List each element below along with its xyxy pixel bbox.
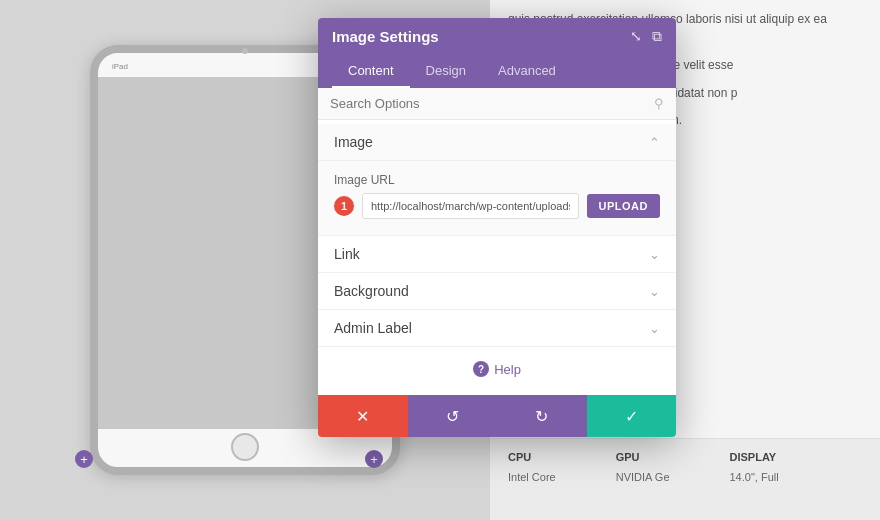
redo-icon: ↻ <box>535 407 548 426</box>
admin-label-section-title: Admin Label <box>334 320 412 336</box>
modal-body: Image ⌃ Image URL 1 UPLOAD Link ⌄ Backgr… <box>318 120 676 395</box>
ipad-camera <box>242 48 248 54</box>
tab-content[interactable]: Content <box>332 55 410 88</box>
cpu-spec: CPU Intel Core <box>508 449 556 486</box>
search-bar: ⚲ <box>318 88 676 120</box>
background-chevron-icon: ⌄ <box>649 284 660 299</box>
image-section-title: Image <box>334 134 373 150</box>
background-section-header[interactable]: Background ⌄ <box>318 273 676 310</box>
link-chevron-icon: ⌄ <box>649 247 660 262</box>
image-url-input[interactable] <box>362 193 579 219</box>
display-label: DISPLAY <box>730 449 779 467</box>
link-section-header[interactable]: Link ⌄ <box>318 236 676 273</box>
help-icon: ? <box>473 361 489 377</box>
search-icon: ⚲ <box>654 96 664 111</box>
add-right-button[interactable]: + <box>365 450 383 468</box>
image-section-header[interactable]: Image ⌃ <box>318 124 676 161</box>
tab-advanced[interactable]: Advanced <box>482 55 572 88</box>
step-badge: 1 <box>334 196 354 216</box>
image-url-label: Image URL <box>334 173 660 187</box>
undo-button[interactable]: ↺ <box>408 395 498 437</box>
add-left-button[interactable]: + <box>75 450 93 468</box>
specs-section: CPU Intel Core GPU NVIDIA Ge DISPLAY 14.… <box>490 438 880 520</box>
background-section-title: Background <box>334 283 409 299</box>
modal-tabs: Content Design Advanced <box>318 55 676 88</box>
image-section-content: Image URL 1 UPLOAD <box>318 161 676 236</box>
ipad-label: iPad <box>112 62 128 71</box>
confirm-icon: ✓ <box>625 407 638 426</box>
admin-label-chevron-icon: ⌄ <box>649 321 660 336</box>
display-spec: DISPLAY 14.0", Full <box>730 449 779 486</box>
link-section-title: Link <box>334 246 360 262</box>
cpu-label: CPU <box>508 449 556 467</box>
help-link[interactable]: ? Help <box>334 361 660 377</box>
copy-icon[interactable]: ⧉ <box>652 28 662 45</box>
ipad-home-button[interactable] <box>231 433 259 461</box>
image-chevron-up-icon: ⌃ <box>649 135 660 150</box>
fullscreen-icon[interactable]: ⤡ <box>630 28 642 45</box>
gpu-label: GPU <box>616 449 670 467</box>
display-value: 14.0", Full <box>730 469 779 487</box>
cancel-icon: ✕ <box>356 407 369 426</box>
undo-icon: ↺ <box>446 407 459 426</box>
confirm-button[interactable]: ✓ <box>587 395 677 437</box>
search-input[interactable] <box>330 96 646 111</box>
help-section: ? Help <box>318 347 676 391</box>
modal-footer: ✕ ↺ ↻ ✓ <box>318 395 676 437</box>
help-label: Help <box>494 362 521 377</box>
modal-header: Image Settings ⤡ ⧉ <box>318 18 676 55</box>
image-url-row: 1 UPLOAD <box>334 193 660 219</box>
image-settings-modal: Image Settings ⤡ ⧉ Content Design Advanc… <box>318 18 676 437</box>
upload-button[interactable]: UPLOAD <box>587 194 660 218</box>
cpu-value: Intel Core <box>508 469 556 487</box>
gpu-spec: GPU NVIDIA Ge <box>616 449 670 486</box>
modal-header-icons: ⤡ ⧉ <box>630 28 662 45</box>
cancel-button[interactable]: ✕ <box>318 395 408 437</box>
gpu-value: NVIDIA Ge <box>616 469 670 487</box>
admin-label-section-header[interactable]: Admin Label ⌄ <box>318 310 676 347</box>
tab-design[interactable]: Design <box>410 55 482 88</box>
redo-button[interactable]: ↻ <box>497 395 587 437</box>
modal-title: Image Settings <box>332 28 439 45</box>
